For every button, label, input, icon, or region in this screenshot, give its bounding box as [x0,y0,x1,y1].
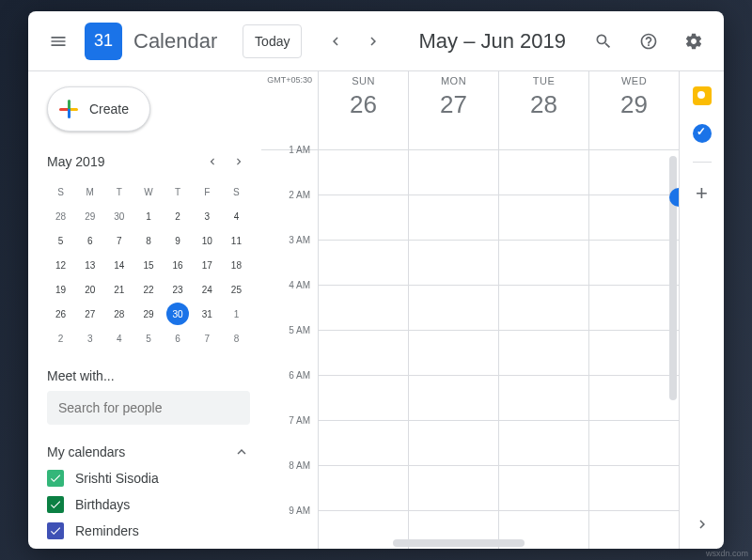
mini-cal-day[interactable]: 27 [79,303,102,325]
mini-cal-day[interactable]: 12 [50,254,72,276]
help-button[interactable] [630,23,667,60]
hour-cell[interactable] [589,150,679,195]
hour-cell[interactable] [319,421,408,466]
mini-cal-prev-button[interactable] [201,150,224,173]
day-header[interactable]: MON27 [409,71,498,150]
hour-cell[interactable] [319,150,408,195]
next-period-button[interactable] [354,23,392,60]
hour-cell[interactable] [409,241,498,286]
hour-cell[interactable] [409,150,498,195]
hour-cell[interactable] [499,376,588,421]
mini-cal-day[interactable]: 4 [108,327,131,350]
mini-cal-day[interactable]: 8 [137,229,160,252]
day-header[interactable]: SUN26 [319,71,408,150]
checkbox-icon[interactable] [47,496,64,513]
prev-period-button[interactable] [317,23,354,60]
hour-cell[interactable] [409,331,498,376]
create-button[interactable]: Create [47,86,150,132]
mini-cal-day[interactable]: 28 [108,303,131,325]
mini-cal-day[interactable]: 30 [108,205,131,227]
hour-cell[interactable] [319,241,408,286]
mini-cal-day[interactable]: 29 [137,303,160,325]
mini-cal-day[interactable]: 22 [137,278,160,301]
hour-cell[interactable] [589,331,679,376]
mini-cal-day[interactable]: 4 [225,205,247,227]
hour-cell[interactable] [589,466,679,511]
mini-cal-day[interactable]: 21 [108,278,131,301]
hour-cell[interactable] [589,286,679,331]
mini-cal-day[interactable]: 1 [225,303,247,325]
search-people-input[interactable] [47,391,250,425]
mini-cal-day[interactable]: 11 [225,229,247,252]
search-button[interactable] [585,23,622,60]
mini-cal-day[interactable]: 5 [50,229,72,252]
mini-cal-day[interactable]: 28 [50,205,72,227]
collapse-panel-button[interactable] [685,507,719,541]
hour-cell[interactable] [499,466,588,511]
hour-cell[interactable] [319,195,408,241]
mini-cal-day[interactable]: 18 [225,254,247,276]
mini-cal-day[interactable]: 1 [137,205,160,227]
hour-cell[interactable] [589,241,679,286]
hour-cell[interactable] [499,421,588,466]
mini-cal-day[interactable]: 3 [79,327,102,350]
mini-cal-day[interactable]: 7 [196,327,218,350]
calendar-item[interactable]: Reminders [47,522,250,539]
calendar-item[interactable]: Birthdays [47,496,250,513]
mini-cal-day[interactable]: 6 [166,327,189,350]
checkbox-icon[interactable] [47,522,64,539]
mini-cal-day[interactable]: 5 [137,327,160,350]
mini-cal-day[interactable]: 7 [108,229,131,252]
hour-cell[interactable] [319,286,408,331]
tasks-icon[interactable] [693,124,712,143]
my-calendars-toggle[interactable]: My calendars [47,443,250,460]
mini-cal-day[interactable]: 10 [196,229,218,252]
hour-cell[interactable] [589,376,679,421]
mini-cal-day[interactable]: 19 [50,278,72,301]
mini-cal-day[interactable]: 24 [196,278,218,301]
mini-cal-day[interactable]: 26 [50,303,72,325]
mini-cal-day[interactable]: 15 [137,254,160,276]
mini-cal-day[interactable]: 17 [196,254,218,276]
hour-cell[interactable] [409,195,498,241]
hour-cell[interactable] [499,286,588,331]
hour-cell[interactable] [499,241,588,286]
hour-cell[interactable] [409,286,498,331]
hour-cell[interactable] [319,466,408,511]
hour-cell[interactable] [499,150,588,195]
mini-cal-next-button[interactable] [227,150,250,173]
hour-cell[interactable] [499,195,588,241]
hour-cell[interactable] [409,421,498,466]
mini-cal-day[interactable]: 25 [225,278,247,301]
today-button[interactable]: Today [243,24,302,58]
hour-cell[interactable] [409,376,498,421]
mini-cal-day[interactable]: 30 [166,303,189,325]
hour-cell[interactable] [589,195,679,241]
mini-cal-day[interactable]: 2 [166,205,189,227]
main-menu-button[interactable] [39,23,77,60]
hour-cell[interactable] [409,466,498,511]
checkbox-icon[interactable] [47,470,64,487]
mini-cal-day[interactable]: 20 [79,278,102,301]
mini-cal-day[interactable]: 31 [196,303,218,325]
calendar-item[interactable]: Srishti Sisodia [47,470,250,487]
add-addon-button[interactable]: + [696,181,708,206]
hour-cell[interactable] [589,421,679,466]
mini-cal-day[interactable]: 16 [166,254,189,276]
mini-cal-day[interactable]: 6 [79,229,102,252]
mini-cal-day[interactable]: 23 [166,278,189,301]
hour-cell[interactable] [319,331,408,376]
mini-cal-day[interactable]: 3 [196,205,218,227]
mini-cal-day[interactable]: 2 [50,327,72,350]
day-header[interactable]: WED29 [589,71,679,150]
mini-cal-day[interactable]: 13 [79,254,102,276]
mini-cal-day[interactable]: 14 [108,254,131,276]
keep-icon[interactable] [693,86,712,105]
hour-cell[interactable] [499,331,588,376]
hour-cell[interactable] [589,511,679,549]
mini-cal-day[interactable]: 9 [166,229,189,252]
hour-cell[interactable] [319,376,408,421]
scrollbar-horizontal[interactable] [393,539,525,547]
day-header[interactable]: TUE28 [499,71,588,150]
mini-cal-day[interactable]: 29 [79,205,102,227]
